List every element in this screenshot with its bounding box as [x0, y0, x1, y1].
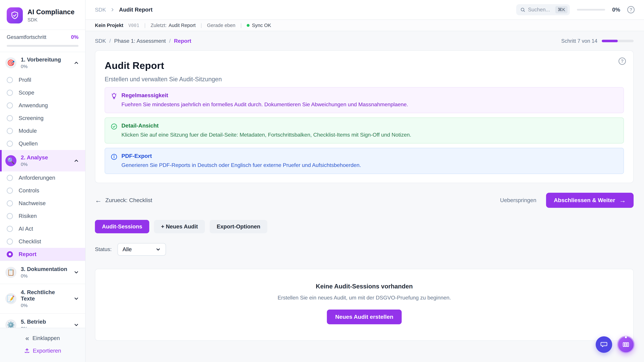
search-input[interactable]: Suchen... ⌘K [516, 4, 570, 15]
app-title: AI Compliance [28, 8, 74, 16]
sidebar-section-betrieb[interactable]: ⚙️ 5. Betrieb 0% [0, 313, 85, 328]
tab-neues-audit[interactable]: + Neues Audit [154, 220, 205, 233]
sidebar-item-anforderungen[interactable]: Anforderungen [0, 171, 85, 184]
breadcrumb-root[interactable]: SDK [95, 7, 106, 13]
chevron-up-icon [74, 60, 79, 66]
audit-report-card: Audit Report Erstellen und verwalten Sie… [95, 50, 634, 183]
sidebar-footer: « Einklappen Exportieren [0, 328, 85, 362]
export-button[interactable]: Exportieren [24, 348, 61, 354]
sidebar-section-rechtliche-texte[interactable]: 📝 4. Rechtliche Texte 0% [0, 284, 85, 313]
version-badge: V001 [128, 23, 139, 28]
breadcrumb-separator: / [169, 38, 170, 44]
sidebar-item-profil[interactable]: Profil [0, 73, 85, 86]
wizard-progress-fill [602, 40, 618, 42]
sidebar-item-label: Checklist [18, 238, 41, 245]
status-select[interactable]: Alle [118, 243, 166, 256]
card-help-icon[interactable]: ? [618, 57, 626, 65]
sidebar-item-checklist[interactable]: Checklist [0, 235, 85, 248]
section-label: 5. Betrieb [21, 319, 69, 325]
help-icon[interactable]: ? [627, 6, 634, 13]
collapse-sidebar-button[interactable]: « Einklappen [25, 335, 60, 342]
app-subtitle: SDK [28, 17, 74, 23]
wizard-progress: Schritt 7 von 14 [561, 38, 634, 44]
sidebar-item-ai-act[interactable]: AI Act [0, 222, 85, 235]
overall-progress-value: 0% [71, 34, 78, 40]
chevron-right-icon [110, 7, 115, 12]
sidebar-item-scope[interactable]: Scope [0, 86, 85, 99]
section-label: 2. Analyse [21, 154, 69, 161]
finish-next-button[interactable]: Abschliessen & Weiter → [546, 193, 634, 208]
info-box-detail-ansicht: Detail-Ansicht Klicken Sie auf eine Sitz… [105, 117, 624, 143]
tab-export-optionen[interactable]: Export-Optionen [210, 220, 267, 233]
radio-circle-icon [7, 239, 13, 245]
search-placeholder: Suchen... [528, 7, 552, 13]
sidebar-item-anwendung[interactable]: Anwendung [0, 99, 85, 112]
sidebar-item-screening[interactable]: Screening [0, 112, 85, 124]
overall-progress: Gesamtfortschritt 0% [0, 29, 85, 52]
chat-bubble-icon [600, 341, 608, 349]
back-label: Zurueck: Checklist [105, 197, 152, 203]
section-percent: 0% [21, 273, 69, 279]
sidebar-item-label: Quellen [18, 140, 38, 147]
radio-circle-icon [7, 175, 13, 181]
info-box-description: Klicken Sie auf eine Sitzung fuer die De… [122, 131, 411, 138]
section-emoji: ⚙️ [7, 322, 15, 328]
sidebar-nav: 🎯 1. Vorbereitung 0% Profil Scope Anwend… [0, 52, 85, 328]
target-emoji-icon: 🎯 [5, 57, 16, 68]
board-columns-button[interactable] [617, 336, 634, 353]
arrow-left-icon: ← [95, 197, 102, 204]
radio-circle-icon [7, 226, 13, 232]
create-audit-button[interactable]: Neues Audit erstellen [327, 310, 402, 324]
arrow-right-icon: → [619, 197, 626, 204]
project-name: Kein Projekt [95, 23, 123, 28]
divider: | [144, 22, 146, 28]
divider: | [240, 22, 242, 28]
back-button[interactable]: ← Zurueck: Checklist [95, 197, 152, 204]
page-subtitle: Erstellen und verwalten Sie Audit-Sitzun… [105, 76, 624, 83]
sidebar-section-vorbereitung[interactable]: 🎯 1. Vorbereitung 0% [0, 52, 85, 73]
sidebar-section-dokumentation[interactable]: 📋 3. Dokumentation 0% [0, 261, 85, 284]
tab-audit-sessions[interactable]: Audit-Sessions [95, 220, 149, 233]
sidebar-item-report[interactable]: Report [0, 248, 85, 261]
sync-status-dot [247, 24, 250, 27]
sidebar-item-label: Anforderungen [18, 175, 55, 181]
breadcrumb-separator: / [109, 38, 111, 44]
chevron-down-icon [74, 296, 79, 302]
empty-state-title: Keine Audit-Sessions vorhanden [102, 283, 626, 290]
wizard-progress-bar [602, 40, 634, 42]
upload-icon [24, 348, 30, 354]
overall-progress-bar [7, 45, 78, 47]
sidebar-item-quellen[interactable]: Quellen [0, 137, 85, 150]
info-box-description: Generieren Sie PDF-Reports in Deutsch od… [122, 162, 361, 169]
breadcrumb: SDK / Phase 1: Assessment / Report [95, 38, 191, 44]
section-label: 4. Rechtliche Texte [21, 289, 69, 302]
section-emoji: 🎯 [7, 59, 15, 66]
section-emoji: 🔍 [7, 157, 15, 164]
help-glyph: ? [630, 7, 632, 12]
chevron-down-icon [74, 322, 79, 328]
info-box-title: Detail-Ansicht [122, 122, 411, 129]
sidebar-item-module[interactable]: Module [0, 124, 85, 137]
topbar-right: Suchen... ⌘K 0% ? [516, 4, 634, 15]
overall-progress-label: Gesamtfortschritt [7, 34, 46, 40]
context-bar: Kein Projekt V001 | Zuletzt: Audit Repor… [86, 20, 644, 31]
sidebar-item-nachweise[interactable]: Nachweise [0, 197, 85, 210]
search-icon [520, 7, 525, 12]
sidebar: AI Compliance SDK Gesamtfortschritt 0% 🎯… [0, 0, 86, 362]
lightbulb-icon [111, 93, 118, 99]
section-emoji: 📝 [7, 295, 15, 302]
section-percent: 0% [21, 303, 69, 308]
sync-status-label: Sync OK [252, 23, 271, 28]
page-content: SDK / Phase 1: Assessment / Report Schri… [86, 31, 644, 362]
breadcrumb-current: Audit Report [119, 6, 152, 13]
breadcrumb-report: Report [174, 38, 191, 44]
keyboard-shortcut-badge: ⌘K [555, 6, 568, 13]
sidebar-item-controls[interactable]: Controls [0, 184, 85, 197]
sidebar-item-risiken[interactable]: Risiken [0, 210, 85, 222]
breadcrumb-phase[interactable]: Phase 1: Assessment [114, 38, 166, 44]
skip-button[interactable]: Ueberspringen [500, 197, 536, 203]
chat-button[interactable] [596, 336, 612, 353]
sidebar-section-analyse[interactable]: 🔍 2. Analyse 0% [0, 150, 85, 171]
breadcrumb-sdk[interactable]: SDK [95, 38, 106, 44]
tab-bar: Audit-Sessions + Neues Audit Export-Opti… [95, 220, 634, 233]
